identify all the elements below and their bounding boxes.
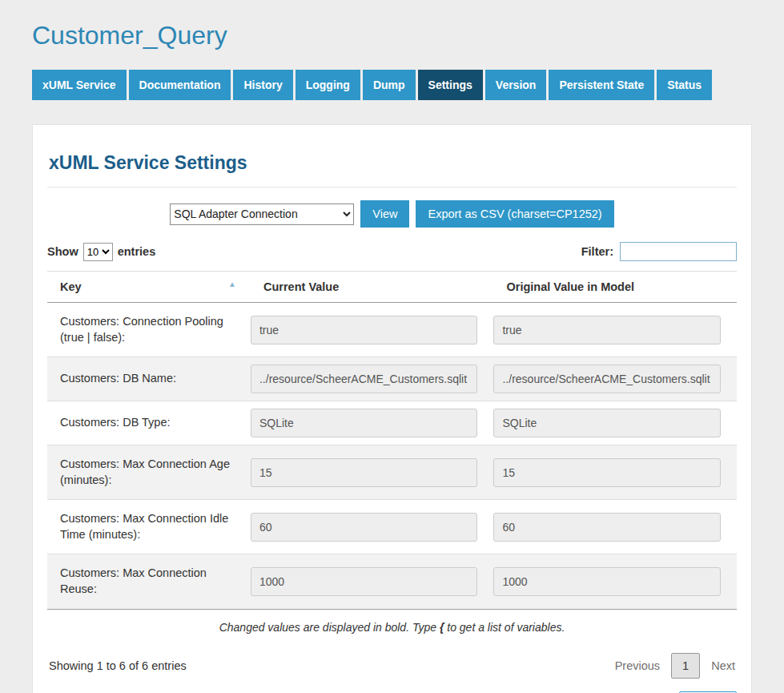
current-value-input-cell (251, 554, 494, 609)
page-1-button[interactable]: 1 (671, 653, 700, 679)
panel-heading: xUML Service Settings (49, 152, 737, 174)
export-csv-button[interactable]: Export as CSV (charset=CP1252) (416, 200, 613, 228)
original-value-input-cell (493, 401, 737, 445)
tab-version[interactable]: Version (485, 70, 547, 100)
current-value-input-cell (251, 445, 494, 500)
show-label: Show (47, 245, 78, 258)
settings-panel: xUML Service Settings SQL Adapter Connec… (32, 124, 752, 693)
original-value-input-cell (493, 500, 737, 554)
settings-table: Key ▲ Current Value Original Value in Mo… (47, 271, 737, 609)
tab-status[interactable]: Status (657, 70, 712, 100)
page-title: Customer_Query (32, 21, 784, 50)
tab-dump[interactable]: Dump (363, 70, 416, 100)
view-button[interactable]: View (360, 200, 409, 228)
adapter-controls: SQL Adapter Connection View Export as CS… (47, 200, 737, 228)
column-header-key[interactable]: Key ▲ (47, 272, 251, 303)
entries-label: entries (118, 245, 156, 258)
original-value-input[interactable] (493, 458, 721, 487)
table-row: Customers: DB Type: (47, 401, 737, 445)
filter: Filter: (581, 242, 737, 261)
show-entries: Show 10 entries (47, 243, 155, 261)
current-value-input[interactable] (251, 513, 478, 542)
current-value-input-cell (251, 401, 494, 445)
original-value-input-cell (493, 303, 737, 357)
original-value-input[interactable] (493, 409, 721, 437)
tab-documentation[interactable]: Documentation (129, 70, 231, 100)
setting-key: Customers: Max Connection Reuse: (47, 554, 251, 609)
tab-logging[interactable]: Logging (296, 70, 360, 100)
table-row: Customers: Connection Pooling (true | fa… (47, 303, 737, 357)
filter-label: Filter: (581, 245, 613, 258)
tab-persistent-state[interactable]: Persistent State (549, 70, 654, 100)
current-value-input[interactable] (251, 567, 478, 596)
setting-key: Customers: Max Connection Idle Time (min… (47, 500, 251, 554)
table-header-row: Key ▲ Current Value Original Value in Mo… (47, 272, 737, 303)
current-value-input-cell (251, 500, 494, 554)
hint-note-post: to get a list of variables. (444, 621, 565, 634)
table-row: Customers: Max Connection Reuse: (47, 554, 737, 609)
current-value-input-cell (251, 303, 494, 357)
tab-xuml-service[interactable]: xUML Service (32, 70, 127, 100)
original-value-input[interactable] (493, 365, 721, 393)
hint-note: Changed values are displayed in bold. Ty… (47, 610, 737, 642)
original-value-input[interactable] (493, 513, 721, 542)
current-value-input[interactable] (251, 365, 478, 393)
setting-key: Customers: DB Name: (47, 357, 251, 401)
table-row: Customers: Max Connection Age (minutes): (47, 445, 737, 500)
original-value-input-cell (493, 357, 737, 401)
original-value-input[interactable] (493, 567, 721, 596)
setting-key: Customers: Connection Pooling (true | fa… (47, 303, 251, 357)
original-value-input[interactable] (493, 316, 721, 344)
original-value-input-cell (493, 554, 737, 609)
next-page-button[interactable]: Next (711, 659, 735, 672)
adapter-select[interactable]: SQL Adapter Connection (170, 203, 354, 225)
hint-note-pre: Changed values are displayed in bold. Ty… (219, 621, 440, 634)
previous-page-button[interactable]: Previous (615, 659, 660, 672)
tab-bar: xUML ServiceDocumentationHistoryLoggingD… (32, 70, 752, 100)
showing-entries-text: Showing 1 to 6 of 6 entries (49, 659, 187, 672)
heading-divider (47, 187, 737, 187)
current-value-input[interactable] (251, 458, 478, 487)
column-header-current-value[interactable]: Current Value (251, 272, 494, 303)
page: Customer_Query xUML ServiceDocumentation… (0, 0, 784, 693)
sort-asc-icon: ▲ (228, 280, 236, 288)
page-size-select[interactable]: 10 (83, 243, 113, 261)
table-row: Customers: Max Connection Idle Time (min… (47, 500, 737, 554)
tab-history[interactable]: History (233, 70, 292, 100)
setting-key: Customers: Max Connection Age (minutes): (47, 445, 251, 500)
setting-key: Customers: DB Type: (47, 401, 251, 445)
column-header-original-value[interactable]: Original Value in Model (493, 272, 737, 303)
tab-settings[interactable]: Settings (418, 70, 483, 100)
pagination: Previous 1 Next (615, 653, 735, 679)
filter-input[interactable] (620, 242, 737, 261)
current-value-input[interactable] (251, 316, 478, 344)
table-footer: Showing 1 to 6 of 6 entries Previous 1 N… (49, 653, 735, 679)
table-row: Customers: DB Name: (47, 357, 737, 401)
current-value-input-cell (251, 357, 494, 401)
list-controls: Show 10 entries Filter: (47, 242, 737, 261)
settings-table-body: Customers: Connection Pooling (true | fa… (47, 303, 737, 609)
current-value-input[interactable] (251, 409, 478, 437)
original-value-input-cell (493, 445, 737, 500)
